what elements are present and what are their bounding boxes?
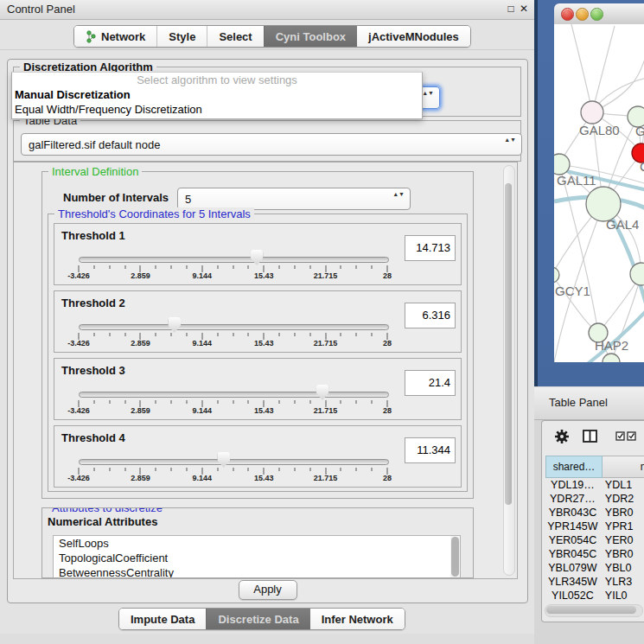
network-window-titlebar[interactable]: [554, 3, 644, 25]
threshold-value-field[interactable]: 14.713: [405, 235, 456, 261]
tab-label: Style: [169, 30, 195, 43]
node-label: GAL80: [579, 123, 620, 137]
network-canvas[interactable]: GAL80 GA C GAL11 GAL4 GCY1 H HAP2: [554, 24, 644, 362]
numerical-attributes-list[interactable]: SelfLoopsTopologicalCoefficientBetweenne…: [53, 535, 461, 578]
attribute-list-item[interactable]: SelfLoops: [54, 536, 460, 551]
tick-mark: [248, 400, 249, 404]
tab-jactivemnodules[interactable]: jActiveMNodules: [357, 26, 470, 47]
table-row[interactable]: YLR345WYLR3: [545, 575, 644, 589]
table-cell-shared-name[interactable]: YDR27…: [545, 492, 600, 506]
table-row[interactable]: YPR145WYPR1: [545, 520, 644, 533]
table-cell-name[interactable]: YBR0: [600, 506, 644, 520]
tick-mark: [186, 265, 187, 269]
gear-icon[interactable]: [554, 429, 570, 444]
dropdown-placeholder-option[interactable]: Select algorithm to view settings: [12, 73, 422, 87]
table-cell-name[interactable]: YBR0: [600, 547, 644, 561]
column-header-shared-name[interactable]: shared…: [545, 456, 603, 478]
list-scrollbar[interactable]: [450, 536, 460, 577]
threshold-slider-track[interactable]: [79, 257, 389, 263]
threshold-slider-track[interactable]: [79, 324, 389, 330]
table-row[interactable]: YBL079WYBL0: [545, 561, 644, 575]
tick-mark: [124, 333, 125, 336]
table-row[interactable]: YBR045CYBR0: [545, 547, 644, 561]
table-cell-shared-name[interactable]: YIL052C: [545, 589, 600, 603]
table-cell-name[interactable]: YIL0: [600, 589, 644, 603]
settings-scrollbar[interactable]: [503, 165, 515, 576]
zoom-traffic-light-icon[interactable]: [590, 8, 603, 21]
tab-select[interactable]: Select: [207, 26, 263, 47]
tick-mark: [156, 468, 156, 471]
threshold-slider-track[interactable]: [79, 459, 389, 465]
node-bottom-partial[interactable]: [603, 354, 620, 362]
tick-mark: [294, 400, 295, 404]
tick-label: 15.43: [254, 474, 274, 482]
tab-discretize-data[interactable]: Discretize Data: [206, 609, 309, 629]
table-row[interactable]: YBR043CYBR0: [545, 506, 644, 520]
tab-network[interactable]: Network: [74, 26, 156, 47]
table-cell-shared-name[interactable]: YBL079W: [545, 561, 600, 575]
threshold-value-field[interactable]: 11.344: [405, 437, 456, 463]
threshold-slider-thumb[interactable]: [168, 317, 181, 333]
table-row[interactable]: YER054CYER0: [545, 533, 644, 547]
settings-scrollbar-thumb[interactable]: [505, 183, 512, 505]
tick-mark: [156, 400, 156, 404]
table-cell-name[interactable]: YLR3: [600, 575, 644, 589]
tick-mark: [186, 400, 187, 404]
dropdown-option-equal-width-frequency[interactable]: Equal Width/Frequency Discretization: [12, 102, 422, 117]
close-icon[interactable]: ✕: [518, 3, 530, 15]
columns-icon[interactable]: [583, 430, 597, 443]
threshold-row: Threshold 2-3.4262.8599.14415.4321.71528…: [54, 290, 462, 353]
threshold-slider-track[interactable]: [79, 392, 389, 398]
tick-mark: [109, 333, 110, 336]
table-data-combobox[interactable]: galFiltered.sif default node ▲▼: [21, 133, 522, 156]
table-cell-name[interactable]: YDR2: [600, 492, 644, 506]
threshold-slider-thumb[interactable]: [316, 385, 329, 400]
table-cell-name[interactable]: YER0: [600, 533, 644, 547]
application-window: Control Panel □ ✕ NetworkStyleSelectCyni…: [0, 0, 644, 644]
tab-style[interactable]: Style: [156, 26, 207, 47]
table-data-selected-value: galFiltered.sif default node: [29, 138, 160, 151]
node-gal11[interactable]: [554, 154, 570, 175]
table-cell-shared-name[interactable]: YDL19…: [545, 478, 600, 492]
threshold-value-field[interactable]: 6.316: [405, 303, 456, 328]
tick-mark: [171, 265, 172, 269]
table-cell-shared-name[interactable]: YER054C: [545, 533, 600, 547]
tab-impute-data[interactable]: Impute Data: [119, 609, 206, 629]
checkboxes-icon[interactable]: [615, 431, 638, 441]
node-gal4[interactable]: [586, 187, 621, 221]
column-header-name[interactable]: na: [603, 456, 644, 478]
float-window-icon[interactable]: □: [505, 3, 517, 15]
threshold-label: Threshold 1: [61, 229, 125, 242]
table-cell-shared-name[interactable]: YLR345W: [545, 575, 600, 589]
tab-cyni-toolbox[interactable]: Cyni Toolbox: [264, 26, 357, 47]
attribute-list-item[interactable]: BetweennessCentrality: [54, 565, 460, 578]
tab-infer-network[interactable]: Infer Network: [310, 609, 405, 629]
apply-button[interactable]: Apply: [239, 580, 297, 600]
table-row[interactable]: YDR27…YDR2: [545, 492, 644, 506]
table-cell-shared-name[interactable]: YBR045C: [545, 547, 600, 561]
table-cell-name[interactable]: YDL1: [600, 478, 644, 492]
network-view-window[interactable]: GAL80 GA C GAL11 GAL4 GCY1 H HAP2: [534, 0, 644, 386]
attribute-list-item[interactable]: TopologicalCoefficient: [54, 551, 460, 565]
table-cell-shared-name[interactable]: YBR043C: [545, 506, 600, 520]
table-cell-shared-name[interactable]: YPR145W: [545, 520, 600, 533]
threshold-rows: Threshold 1-3.4262.8599.14415.4321.71528…: [48, 214, 467, 488]
table-horizontal-scrollbar-thumb[interactable]: [546, 606, 636, 614]
node-gcy1[interactable]: [554, 267, 559, 283]
list-scrollbar-thumb[interactable]: [451, 537, 459, 577]
table-row[interactable]: YIL052CYIL0: [545, 589, 644, 603]
table-cell-name[interactable]: YPR1: [600, 520, 644, 533]
table-horizontal-scrollbar[interactable]: [545, 604, 643, 617]
dropdown-option-manual-discretization[interactable]: Manual Discretization: [12, 87, 422, 102]
close-traffic-light-icon[interactable]: [561, 8, 574, 21]
thresholds-group-label: Threshold's Coordinates for 5 Intervals: [54, 207, 254, 220]
table-row[interactable]: YDL19…YDL1: [545, 478, 644, 492]
threshold-slider-thumb[interactable]: [251, 250, 264, 265]
table-cell-name[interactable]: YBL0: [600, 561, 644, 575]
threshold-value-field[interactable]: 21.4: [405, 370, 456, 396]
threshold-slider-thumb[interactable]: [217, 452, 230, 468]
tick-mark: [372, 265, 373, 269]
node-gal80[interactable]: [581, 101, 603, 124]
minimize-traffic-light-icon[interactable]: [576, 8, 589, 21]
threshold-label: Threshold 2: [61, 296, 125, 309]
